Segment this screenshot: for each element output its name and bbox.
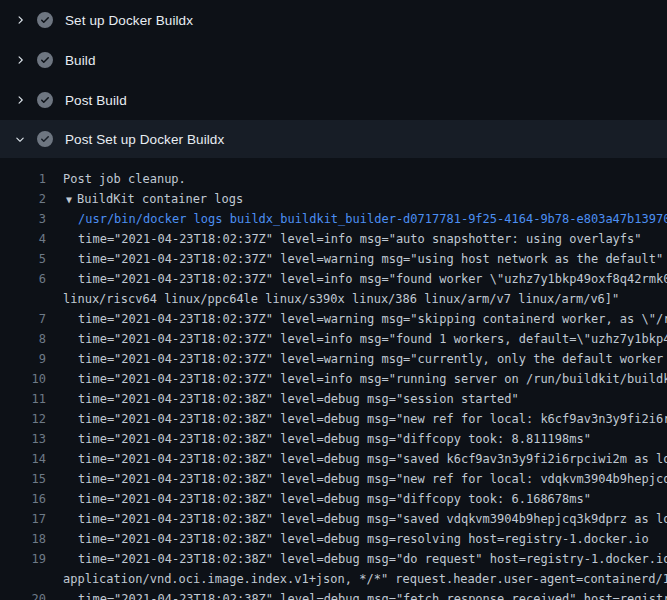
log-line: 13time="2021-04-23T18:02:38Z" level=debu…	[0, 429, 667, 449]
log-line: 14time="2021-04-23T18:02:38Z" level=debu…	[0, 449, 667, 469]
log-line-number	[0, 569, 46, 589]
log-line-number[interactable]: 8	[0, 329, 46, 349]
check-circle-icon	[37, 52, 53, 68]
log-line: 3/usr/bin/docker logs buildx_buildkit_bu…	[0, 209, 667, 229]
log-line: 9time="2021-04-23T18:02:37Z" level=warni…	[0, 349, 667, 369]
log-line-text: time="2021-04-23T18:02:38Z" level=debug …	[78, 489, 591, 509]
step-row-set-up-docker-buildx[interactable]: Set up Docker Buildx	[0, 0, 667, 40]
log-line-number[interactable]: 6	[0, 269, 46, 289]
log-line-number[interactable]: 13	[0, 429, 46, 449]
step-title: Post Set up Docker Buildx	[65, 132, 224, 147]
log-line-text: time="2021-04-23T18:02:38Z" level=debug …	[78, 469, 667, 489]
log-line-number[interactable]: 9	[0, 349, 46, 369]
log-line: 15time="2021-04-23T18:02:38Z" level=debu…	[0, 469, 667, 489]
log-line: 10time="2021-04-23T18:02:37Z" level=info…	[0, 369, 667, 389]
log-line-number[interactable]: 12	[0, 409, 46, 429]
check-circle-icon	[37, 131, 53, 147]
log-line: 16time="2021-04-23T18:02:38Z" level=debu…	[0, 489, 667, 509]
log-line: 5time="2021-04-23T18:02:37Z" level=warni…	[0, 249, 667, 269]
log-output: 1Post job cleanup.2▼BuildKit container l…	[0, 158, 667, 600]
log-line-text: time="2021-04-23T18:02:38Z" level=debug …	[78, 429, 591, 449]
log-line-number[interactable]: 1	[0, 169, 46, 189]
step-list: Set up Docker BuildxBuildPost BuildPost …	[0, 0, 667, 158]
log-line-number[interactable]: 5	[0, 249, 46, 269]
log-line-text: Post job cleanup.	[63, 169, 186, 189]
log-line: 6time="2021-04-23T18:02:37Z" level=info …	[0, 269, 667, 289]
log-line-text: time="2021-04-23T18:02:38Z" level=debug …	[78, 409, 667, 429]
log-line-text: time="2021-04-23T18:02:37Z" level=warnin…	[78, 249, 663, 269]
log-line: 18time="2021-04-23T18:02:38Z" level=debu…	[0, 529, 667, 549]
log-line: 20time="2021-04-23T18:02:38Z" level=debu…	[0, 589, 667, 600]
log-group-label: BuildKit container logs	[77, 192, 243, 206]
log-line: 8time="2021-04-23T18:02:37Z" level=info …	[0, 329, 667, 349]
log-line-text: time="2021-04-23T18:02:37Z" level=warnin…	[78, 309, 667, 329]
log-line-text: time="2021-04-23T18:02:38Z" level=debug …	[78, 529, 649, 549]
log-line: 11time="2021-04-23T18:02:38Z" level=debu…	[0, 389, 667, 409]
log-line: 12time="2021-04-23T18:02:38Z" level=debu…	[0, 409, 667, 429]
log-line: 19time="2021-04-23T18:02:38Z" level=debu…	[0, 549, 667, 569]
log-line-number[interactable]: 11	[0, 389, 46, 409]
log-line: 4time="2021-04-23T18:02:37Z" level=info …	[0, 229, 667, 249]
log-line-text: time="2021-04-23T18:02:38Z" level=debug …	[78, 389, 519, 409]
log-line: linux/riscv64 linux/ppc64le linux/s390x …	[0, 289, 667, 309]
log-line: application/vnd.oci.image.index.v1+json,…	[0, 569, 667, 589]
log-line-number[interactable]: 10	[0, 369, 46, 389]
step-row-build[interactable]: Build	[0, 40, 667, 80]
log-line: 7time="2021-04-23T18:02:37Z" level=warni…	[0, 309, 667, 329]
log-line-number[interactable]: 2	[0, 189, 46, 209]
log-line-text: time="2021-04-23T18:02:37Z" level=warnin…	[78, 349, 667, 369]
log-line-text: time="2021-04-23T18:02:37Z" level=info m…	[78, 229, 642, 249]
log-line-number[interactable]: 14	[0, 449, 46, 469]
log-line-number[interactable]: 3	[0, 209, 46, 229]
chevron-right-icon	[14, 12, 30, 28]
log-line-number[interactable]: 17	[0, 509, 46, 529]
group-expanded-triangle-icon: ▼	[66, 194, 72, 205]
log-line-text: time="2021-04-23T18:02:38Z" level=debug …	[78, 549, 667, 569]
log-line: 17time="2021-04-23T18:02:38Z" level=debu…	[0, 509, 667, 529]
step-row-post-build[interactable]: Post Build	[0, 80, 667, 120]
log-line-text: application/vnd.oci.image.index.v1+json,…	[63, 569, 667, 589]
log-line: 1Post job cleanup.	[0, 169, 667, 189]
check-circle-icon	[37, 92, 53, 108]
step-title: Build	[65, 53, 96, 68]
actions-log-viewer: Set up Docker BuildxBuildPost BuildPost …	[0, 0, 667, 600]
log-line-number[interactable]: 20	[0, 589, 46, 600]
log-line-number[interactable]: 15	[0, 469, 46, 489]
log-line-text: time="2021-04-23T18:02:38Z" level=debug …	[78, 449, 667, 469]
log-line-text: linux/riscv64 linux/ppc64le linux/s390x …	[63, 289, 619, 309]
step-row-post-set-up-docker-buildx[interactable]: Post Set up Docker Buildx	[0, 120, 667, 158]
log-line-number[interactable]: 18	[0, 529, 46, 549]
log-line-number[interactable]: 4	[0, 229, 46, 249]
log-line-text: time="2021-04-23T18:02:37Z" level=info m…	[78, 269, 667, 289]
log-line-number[interactable]: 16	[0, 489, 46, 509]
step-title: Post Build	[65, 93, 127, 108]
log-line-text: time="2021-04-23T18:02:37Z" level=info m…	[78, 329, 667, 349]
step-title: Set up Docker Buildx	[65, 13, 193, 28]
log-line-text: time="2021-04-23T18:02:37Z" level=info m…	[78, 369, 667, 389]
chevron-right-icon	[14, 52, 30, 68]
chevron-down-icon	[14, 131, 30, 147]
log-line-number[interactable]: 19	[0, 549, 46, 569]
chevron-right-icon	[14, 92, 30, 108]
log-line-text: time="2021-04-23T18:02:38Z" level=debug …	[78, 509, 667, 529]
check-circle-icon	[37, 12, 53, 28]
log-line-number[interactable]: 7	[0, 309, 46, 329]
log-group-toggle[interactable]: ▼BuildKit container logs	[66, 189, 243, 209]
log-line-text: time="2021-04-23T18:02:38Z" level=debug …	[78, 589, 667, 600]
log-command-text: /usr/bin/docker logs buildx_buildkit_bui…	[78, 209, 667, 229]
log-line: 2▼BuildKit container logs	[0, 189, 667, 209]
log-line-number	[0, 289, 46, 309]
